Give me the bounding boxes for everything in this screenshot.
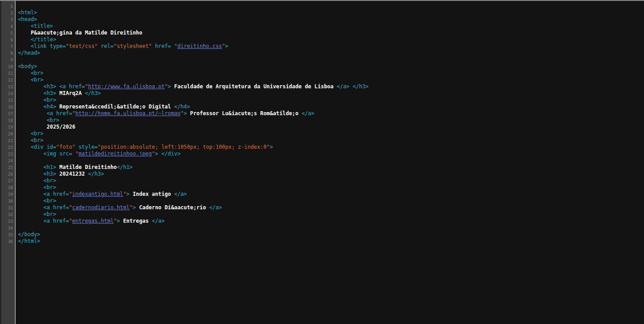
hyperlink-token[interactable]: http://www.fa.ulisboa.pt: [88, 83, 164, 90]
token-txt: Representa&ccedil;&atilde;o Digital: [56, 104, 174, 110]
code-line-23: <img src= "matildedireitinhoo.jpeg"> </d…: [18, 151, 644, 157]
token-tag: </h4>: [174, 104, 190, 110]
line-number-11: 11: [1, 70, 15, 77]
token-ws: [18, 130, 31, 137]
code-line-16: <h4> Representa&ccedil;&atilde;o Digital…: [18, 104, 644, 110]
code-line-8: </head>: [18, 50, 644, 56]
line-number-33: 33: [1, 218, 15, 225]
hyperlink-token[interactable]: entregas.html: [72, 218, 114, 224]
token-ws: [18, 198, 44, 204]
hyperlink-token[interactable]: indexantigo.html: [72, 191, 123, 197]
code-line-3: <head>: [18, 16, 644, 23]
line-number-14: 14: [1, 90, 15, 97]
token-ws: [18, 164, 44, 170]
code-line-18: <br>: [18, 117, 644, 124]
token-str: "position:absolute; left:1050px; top:100…: [98, 144, 270, 150]
token-ws: [18, 104, 44, 110]
code-line-5: P&aacute;gina da Matilde Direitinho: [18, 30, 644, 36]
token-ws: [18, 177, 44, 184]
token-tag: <br>: [44, 198, 56, 204]
token-tag: <html>: [18, 9, 37, 16]
line-number-3: 3: [1, 16, 15, 23]
code-line-14: <h3> MIArq2A </h3>: [18, 90, 644, 97]
token-tag: <h3> <a href=: [44, 83, 85, 90]
token-str: "text/css": [66, 43, 98, 49]
line-number-2: 2: [1, 9, 15, 16]
code-line-4: <title>: [18, 23, 644, 30]
line-number-29: 29: [1, 191, 15, 198]
token-ws: [18, 211, 44, 217]
token-ws: [18, 218, 44, 224]
code-line-21: <br>: [18, 137, 644, 144]
line-number-8: 8: [1, 50, 15, 56]
token-tag: <br>: [44, 177, 56, 184]
code-area[interactable]: <html><head> <title> P&aacute;gina da Ma…: [16, 1, 644, 324]
token-tag: <a href=: [44, 218, 69, 224]
code-line-33: <a href="entregas.html"> Entregas </a>: [18, 218, 644, 225]
token-tag: </h3>: [88, 171, 104, 177]
token-str: ": [130, 204, 133, 211]
line-number-15: 15: [1, 97, 15, 104]
hyperlink-token[interactable]: matildedireitinhoo.jpeg: [79, 151, 152, 157]
line-number-9: 9: [1, 56, 15, 63]
code-line-30: <br>: [18, 198, 644, 204]
token-tag: </head>: [18, 50, 40, 56]
token-ws: [18, 124, 47, 130]
token-tag: <a href=: [44, 191, 69, 197]
token-tag: <div id=: [31, 144, 56, 150]
code-line-34: [18, 225, 644, 231]
token-tag: <title>: [31, 23, 53, 29]
token-tag: <br>: [31, 77, 43, 83]
token-txt: Matilde Direitinho: [56, 164, 117, 170]
line-number-6: 6: [1, 36, 15, 43]
token-tag: <br>: [47, 117, 59, 123]
token-ws: [18, 117, 47, 123]
line-number-34: 34: [1, 225, 15, 231]
token-str: ": [222, 43, 225, 49]
line-number-13: 13: [1, 83, 15, 90]
token-tag: </a>: [152, 218, 164, 224]
token-tag: > </div>: [155, 151, 180, 157]
token-ws: [18, 171, 44, 177]
code-line-36: </html>: [18, 238, 644, 245]
token-tag: <br>: [44, 211, 56, 217]
token-tag: >: [127, 191, 130, 197]
token-tag: <br>: [31, 70, 43, 76]
token-str: "stylesheet": [114, 43, 152, 49]
line-number-35: 35: [1, 231, 15, 238]
line-number-16: 16: [1, 104, 15, 110]
code-line-32: <br>: [18, 211, 644, 218]
token-ws: [18, 191, 44, 197]
token-ws: [18, 23, 31, 29]
token-ws: [18, 77, 31, 83]
line-number-1: 1: [1, 3, 15, 9]
code-line-2: <html>: [18, 9, 644, 16]
token-txt: P&aacute;gina da Matilde Direitinho: [31, 30, 142, 36]
token-tag: </body>: [18, 231, 40, 238]
code-line-35: </body>: [18, 231, 644, 238]
token-ws: [18, 97, 44, 103]
code-line-20: <br>: [18, 130, 644, 137]
token-tag: </title>: [31, 36, 56, 43]
code-line-28: <br>: [18, 184, 644, 191]
token-ws: [18, 43, 31, 49]
token-tag: <h3>: [44, 90, 56, 96]
token-tag: <br>: [44, 97, 56, 103]
code-editor: 1234567891011121314151617181920212223242…: [0, 1, 644, 324]
code-line-22: <div id="foto" style="position:absolute;…: [18, 144, 644, 151]
token-ws: [18, 36, 31, 43]
token-tag: </h1>: [117, 164, 133, 170]
token-ws: [18, 30, 31, 36]
token-txt: 2025/2026: [47, 124, 75, 130]
token-ws: [18, 110, 47, 117]
token-tag: <h3>: [44, 171, 56, 177]
hyperlink-token[interactable]: cadernodiario.html: [72, 204, 130, 211]
hyperlink-token[interactable]: http://home.fa.ulisboa.pt/~lromao: [75, 110, 180, 117]
line-number-24: 24: [1, 157, 15, 164]
hyperlink-token[interactable]: direitinho.css: [177, 43, 222, 49]
code-line-27: <br>: [18, 177, 644, 184]
line-number-4: 4: [1, 23, 15, 30]
code-line-31: <a href="cadernodiario.html"> Caderno Di…: [18, 204, 644, 211]
code-line-25: <h1> Matilde Direitinho</h1>: [18, 164, 644, 171]
line-number-27: 27: [1, 177, 15, 184]
